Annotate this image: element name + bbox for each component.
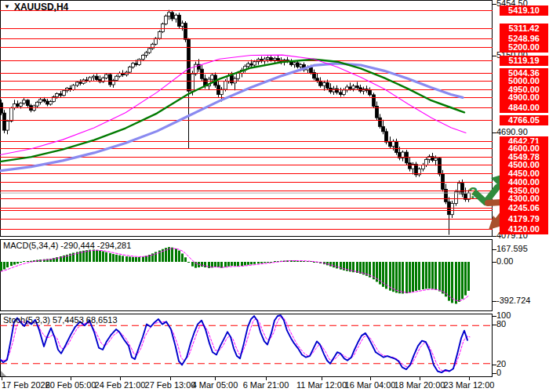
macd-value-main: -290,444 <box>60 241 94 250</box>
stoch-value-k: 57,4453 <box>53 315 84 325</box>
symbol-period-label: XAUUSD,H4 <box>14 2 68 13</box>
stoch-value-d: 68,6513 <box>86 315 118 325</box>
support-resistance-lines[interactable] <box>0 11 493 230</box>
candlestick-series[interactable] <box>0 10 471 235</box>
symbol-period-title[interactable]: ▼ XAUUSD,H4 <box>4 2 68 13</box>
forecast-up-arrow[interactable]: ? <box>468 173 507 202</box>
macd-value-signal: -294,281 <box>97 241 131 250</box>
macd-name: MACD(5,34,4) <box>3 241 58 250</box>
stoch-name: Stoch(5,3,3) <box>3 315 50 325</box>
chart-plot-area[interactable]: ? <box>0 0 549 392</box>
moving-averages[interactable] <box>0 55 466 171</box>
symbol-dropdown-icon[interactable]: ▼ <box>4 2 10 12</box>
question-mark-annotation: ? <box>468 184 478 201</box>
forecast-down-arrow[interactable] <box>488 202 507 230</box>
metatrader-chart-window: ? ▼ XAUUSD,H4 MACD(5,34,4) -290,444 -294… <box>0 0 549 392</box>
stoch-indicator-label: Stoch(5,3,3) 57,4453 68,6513 <box>3 315 118 325</box>
macd-indicator-label: MACD(5,34,4) -290,444 -294,281 <box>3 241 131 250</box>
corner-grip-icon[interactable] <box>1 371 6 376</box>
macd-histogram[interactable] <box>0 247 470 303</box>
